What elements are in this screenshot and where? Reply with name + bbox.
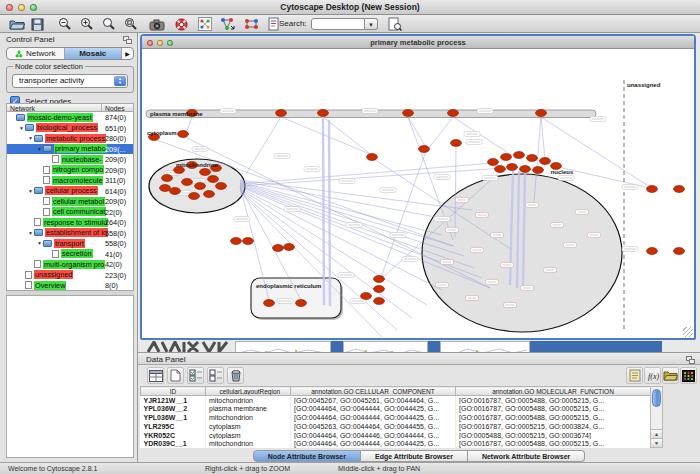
network-node[interactable] (318, 110, 329, 117)
float-panel-icon[interactable] (123, 36, 132, 44)
background-window[interactable] (343, 341, 428, 352)
scroll-up-icon[interactable]: ▲ (651, 429, 662, 438)
network-node[interactable] (507, 164, 518, 171)
tree-row[interactable]: mosaic-demo-yeast874(0) (7, 112, 133, 123)
select-attributes-icon[interactable] (187, 367, 204, 384)
network-node[interactable] (495, 166, 506, 173)
attribute-matrix-icon[interactable] (680, 367, 697, 384)
network-node[interactable] (361, 293, 372, 300)
table-column-header[interactable]: _cellularLayoutRegion (206, 387, 291, 396)
network-node[interactable] (520, 166, 531, 173)
table-row[interactable]: YKR052Ccytoplasm[GO:0044464, GO:0044446,… (141, 431, 651, 440)
scroll-down-icon[interactable]: ▼ (651, 438, 662, 447)
network-node[interactable] (488, 159, 499, 166)
network-node[interactable] (374, 286, 385, 293)
network-node[interactable] (674, 186, 685, 193)
network-node[interactable] (189, 193, 200, 200)
tree-expand-icon[interactable]: ▼ (18, 125, 25, 131)
table-column-header[interactable]: annotation.GO MOLECULAR_FUNCTION (456, 387, 651, 396)
network-node[interactable] (178, 131, 189, 138)
float-panel-icon[interactable] (686, 356, 695, 364)
tree-row[interactable]: macromolecule311(0) (7, 175, 133, 186)
tree-expand-icon[interactable]: ▼ (36, 146, 43, 152)
attribute-editor-icon[interactable] (626, 367, 643, 384)
tab-mosaic[interactable]: Mosaic (65, 48, 123, 59)
network-node[interactable] (514, 152, 525, 159)
tree-row[interactable]: ▼primary metabo209(... (7, 144, 133, 155)
network-node[interactable] (451, 140, 462, 147)
table-row[interactable]: YPL036W__2plasma membrane[GO:0044464, GO… (141, 404, 651, 413)
table-row[interactable]: YLR295Ccytoplasm[GO:0045263, GO:0044464,… (141, 422, 651, 431)
network-node[interactable] (162, 175, 173, 182)
network-node[interactable] (374, 298, 385, 305)
tree-row[interactable]: response to stimulu264(0) (7, 217, 133, 228)
network-node[interactable] (403, 110, 414, 117)
window-resize-grip[interactable] (683, 327, 693, 337)
table-row[interactable]: YPL036W__1mitochondrion[GO:0044464, GO:0… (141, 413, 651, 422)
tree-expand-icon[interactable]: ▼ (36, 240, 43, 246)
network-node[interactable] (231, 238, 242, 245)
tab-network[interactable]: Network (7, 48, 65, 59)
combo-stepper-icon[interactable]: ▲▼ (114, 76, 126, 86)
network-node[interactable] (419, 146, 430, 153)
network-node[interactable] (647, 186, 658, 193)
apply-layout-a-icon[interactable] (218, 16, 236, 32)
network-node[interactable] (160, 185, 171, 192)
network-node[interactable] (674, 248, 685, 255)
network-node[interactable] (195, 183, 206, 190)
network-node[interactable] (284, 244, 295, 251)
attribute-table-icon[interactable] (147, 367, 164, 384)
tree-row[interactable]: ▼establishment of lo558(0) (7, 228, 133, 239)
network-node[interactable] (182, 179, 193, 186)
filter-search-icon[interactable] (386, 16, 404, 32)
tab-network-attribute-browser[interactable]: Network Attribute Browser (468, 450, 585, 462)
tree-row[interactable]: secretion41(0) (7, 249, 133, 260)
network-node[interactable] (273, 245, 284, 252)
zoom-out-icon[interactable] (56, 16, 74, 32)
network-node[interactable] (540, 158, 551, 165)
tree-row[interactable]: nucleobase-209(0) (7, 154, 133, 165)
tree-row[interactable]: Overview8(0) (7, 280, 133, 291)
background-window[interactable] (235, 341, 331, 352)
network-node[interactable] (276, 110, 287, 117)
network-node[interactable] (448, 110, 459, 117)
network-node[interactable] (527, 155, 538, 162)
network-canvas[interactable]: plasma membrane cytoplasm mitochondrion … (142, 50, 694, 338)
table-scrollbar[interactable]: ▲ ▼ (650, 386, 663, 448)
tree-row[interactable]: cell communicat22(0) (7, 207, 133, 218)
network-node[interactable] (501, 154, 512, 161)
unselect-attributes-icon[interactable] (207, 367, 224, 384)
tree-expand-icon[interactable]: ▼ (27, 135, 34, 141)
tree-row[interactable]: multi-organism pro42(0) (7, 259, 133, 270)
search-dropdown-arrow-icon[interactable]: ▼ (365, 18, 378, 30)
network-node[interactable] (536, 110, 547, 117)
tree-row[interactable]: ▼cellular process614(0) (7, 186, 133, 197)
network-node[interactable] (204, 191, 215, 198)
tree-row[interactable]: cellular metabol209(0) (7, 196, 133, 207)
help-ring-icon[interactable] (172, 16, 190, 32)
snapshot-camera-icon[interactable] (148, 16, 166, 32)
tree-row[interactable]: ▼biological_process651(0) (7, 123, 133, 134)
network-node[interactable] (533, 167, 544, 174)
open-session-icon[interactable] (8, 16, 26, 32)
tab-edge-attribute-browser[interactable]: Edge Attribute Browser (361, 450, 468, 462)
save-session-icon[interactable] (28, 16, 46, 32)
import-attributes-icon[interactable] (662, 367, 679, 384)
network-node[interactable] (200, 169, 211, 176)
search-input[interactable] (311, 18, 365, 30)
background-window[interactable] (440, 341, 530, 352)
network-node[interactable] (216, 183, 227, 190)
scrollbar-thumb[interactable] (652, 389, 661, 407)
tabs-overflow-arrow-icon[interactable]: ▶ (122, 48, 133, 59)
network-node[interactable] (170, 188, 181, 195)
tree-row[interactable]: ▼transport558(0) (7, 238, 133, 249)
table-column-header[interactable]: annotation.GO CELLULAR_COMPONENT (291, 387, 456, 396)
table-row[interactable]: YDR039C__1mitochondrion[GO:0044464, GO:0… (141, 439, 651, 448)
tree-row[interactable]: unassigned223(0) (7, 270, 133, 281)
tree-expand-icon[interactable]: ▼ (27, 188, 34, 194)
delete-attribute-icon[interactable] (227, 367, 244, 384)
network-node[interactable] (296, 300, 307, 307)
network-node[interactable] (243, 238, 254, 245)
formula-builder-icon[interactable]: f(x) (644, 367, 661, 384)
network-node[interactable] (208, 176, 219, 183)
